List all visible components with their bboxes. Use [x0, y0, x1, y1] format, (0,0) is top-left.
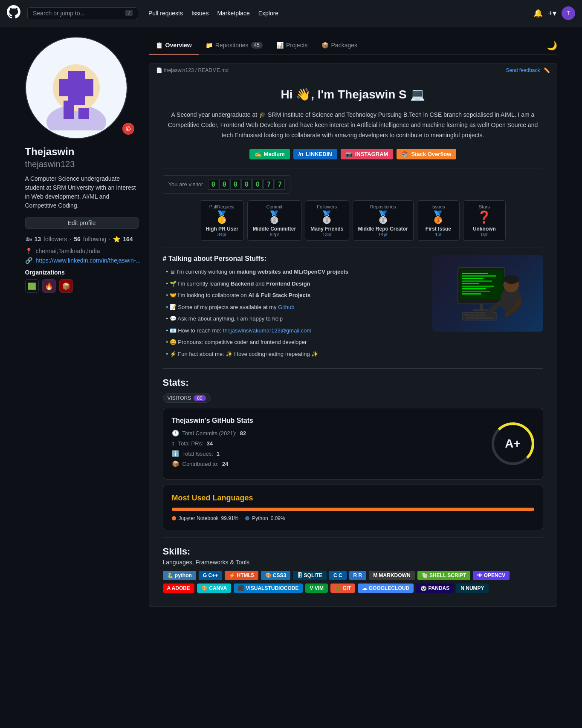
repos-icon: 📁 [206, 42, 213, 49]
email-link[interactable]: thejaswinsivakumar123@gmail.com [223, 327, 312, 334]
tab-projects[interactable]: 📊 Projects [269, 37, 315, 55]
instagram-icon: 📷 [346, 151, 353, 157]
badge-stars: Stars ❓ Unknown 0pt [463, 200, 506, 241]
org-2[interactable]: 🔥 [42, 279, 56, 293]
prs-label: Total PRs: [178, 440, 203, 447]
projects-icon: 📊 [276, 42, 284, 49]
stats-section: Stats: VISITORS 80 Thejaswin's GitHub St… [163, 377, 543, 530]
sidebar-handle: thejaswin123 [25, 159, 139, 169]
website-link[interactable]: https://www.linkedin.com/in/thejaswin-..… [36, 257, 141, 264]
badge-icon-3: 🥈 [310, 210, 343, 224]
profile-tabs: 📋 Overview 📁 Repositories 45 📊 Projects … [149, 37, 557, 55]
edit-profile-button[interactable]: Edit profile [25, 217, 139, 229]
tab-packages[interactable]: 📦 Packages [315, 37, 364, 55]
repos-label: Repositories [215, 42, 249, 49]
edit-icon[interactable]: ✏️ [544, 67, 550, 73]
skill-googlecloud: ☁ GOOGLECLOUD [358, 584, 414, 593]
nav-issues[interactable]: Issues [191, 10, 208, 17]
stackoverflow-label: Stack Overflow [411, 151, 451, 157]
badge-commit: Commit 🥈 Middle Committer 82pt [247, 200, 301, 241]
search-shortcut: / [125, 10, 133, 16]
skills-row-1: 🐍 python G C++ ⚡ HTML5 🎨 CSS3 🗄 SQLITE C… [163, 571, 543, 580]
stat-contributed: 📦 Contributed to: 24 [172, 460, 483, 467]
svg-rect-17 [462, 293, 481, 295]
navbar: Search or jump to... / Pull requests Iss… [0, 0, 582, 26]
issues-value: 1 [217, 451, 220, 457]
main-content: 📋 Overview 📁 Repositories 45 📊 Projects … [149, 37, 557, 607]
nav-marketplace[interactable]: Marketplace [217, 10, 249, 17]
badge-title-1: High PR User [206, 226, 238, 232]
talking-section: # Talking about Personal Stuffs: 🖥 I'm c… [163, 255, 543, 361]
packages-icon: 📦 [321, 42, 329, 49]
user-avatar[interactable]: T [562, 6, 575, 20]
tab-repositories[interactable]: 📁 Repositories 45 [199, 37, 269, 55]
readme-header: 📄 thejaswin123 / README.md Send feedback… [149, 64, 557, 77]
digit-1: 0 [208, 179, 218, 190]
readme-card: 📄 thejaswin123 / README.md Send feedback… [149, 64, 557, 607]
python-dot [245, 516, 249, 520]
skill-vim: V VIM [305, 584, 328, 593]
nav-links: Pull requests Issues Marketplace Explore [148, 10, 278, 17]
repos-count: 45 [251, 42, 263, 49]
contributed-icon: 📦 [172, 460, 179, 467]
following-count[interactable]: 56 [74, 236, 81, 243]
org-1[interactable]: 🟩 [25, 279, 39, 293]
followers-count[interactable]: 13 [35, 236, 41, 243]
sidebar-bio: A Computer Science undergraduate student… [25, 174, 139, 210]
stars-count[interactable]: 164 [123, 236, 133, 243]
followers-label: followers [43, 236, 67, 243]
stackoverflow-button[interactable]: 📚 Stack Overflow [397, 149, 456, 159]
digit-5: 0 [252, 179, 263, 190]
stat-prs: ↕️ Total PRs: 34 [172, 440, 483, 447]
lang-jupyter: Jupyter Notebook 99.91% [172, 515, 239, 521]
issues-icon: ℹ️ [172, 450, 179, 457]
instagram-button[interactable]: 📷 INSTAGRAM [341, 149, 394, 159]
talking-item-7: 😄 Pronouns: competitive coder and fronte… [163, 338, 426, 347]
coder-illustration [432, 255, 543, 332]
readme-actions: Send feedback ✏️ [506, 67, 550, 73]
notifications-bell[interactable]: 🔔 [533, 9, 543, 18]
badge-pullrequest: PullRequest 🥇 High PR User 34pt [200, 200, 244, 241]
talking-item-4: 📝 Some of my projects are available at m… [163, 303, 426, 312]
badge-icon-1: 🥇 [206, 210, 238, 224]
github-link[interactable]: Github [278, 304, 294, 310]
orgs-title: Organizations [25, 269, 139, 276]
commits-icon: 🕐 [172, 430, 179, 436]
projects-label: Projects [286, 42, 308, 49]
nav-explore[interactable]: Explore [258, 10, 278, 17]
avatar-container: 🎯 [25, 37, 139, 139]
stars-icon: ⭐ [113, 236, 120, 243]
overview-label: Overview [165, 42, 192, 49]
skill-canva: 🎨 CANVA [197, 584, 231, 593]
stackoverflow-icon: 📚 [402, 151, 408, 157]
svg-rect-10 [462, 275, 496, 277]
org-3[interactable]: 📦 [59, 279, 73, 293]
link-icon: 🔗 [25, 257, 32, 264]
svg-rect-8 [460, 270, 503, 300]
search-input[interactable]: Search or jump to... / [27, 7, 138, 19]
badge-title-6: Unknown [469, 226, 500, 232]
theme-toggle[interactable]: 🌙 [547, 40, 557, 51]
skill-css3: 🎨 CSS3 [261, 571, 291, 580]
medium-button[interactable]: ✍ Medium [249, 149, 290, 159]
digit-7: 7 [275, 179, 285, 190]
github-logo[interactable] [7, 5, 20, 21]
send-feedback[interactable]: Send feedback [506, 67, 540, 73]
languages-title: Most Used Languages [172, 494, 534, 503]
skill-numpy: N NUMPY [456, 584, 488, 593]
commits-value: 82 [240, 430, 246, 436]
talking-item-1: 🖥 I'm currently working on making websit… [163, 268, 426, 276]
contributed-label: Contributed to: [182, 461, 219, 467]
badge-pts-4: 14pt [358, 232, 408, 237]
create-plus[interactable]: +▾ [548, 9, 556, 18]
linkedin-button[interactable]: in LINKEDIN [293, 149, 337, 159]
sidebar: 🎯 Thejaswin thejaswin123 A Computer Scie… [25, 37, 139, 607]
skill-html5: ⚡ HTML5 [225, 571, 258, 580]
nav-pull-requests[interactable]: Pull requests [148, 10, 183, 17]
badge-followers: Followers 🥈 Many Friends 13pt [305, 200, 349, 241]
grade-value: A+ [505, 437, 521, 451]
tab-overview[interactable]: 📋 Overview [149, 37, 199, 55]
badge-icon-6: ❓ [469, 210, 500, 224]
followers-icon [25, 236, 32, 243]
badges-row: PullRequest 🥇 High PR User 34pt Commit 🥈… [163, 200, 543, 241]
